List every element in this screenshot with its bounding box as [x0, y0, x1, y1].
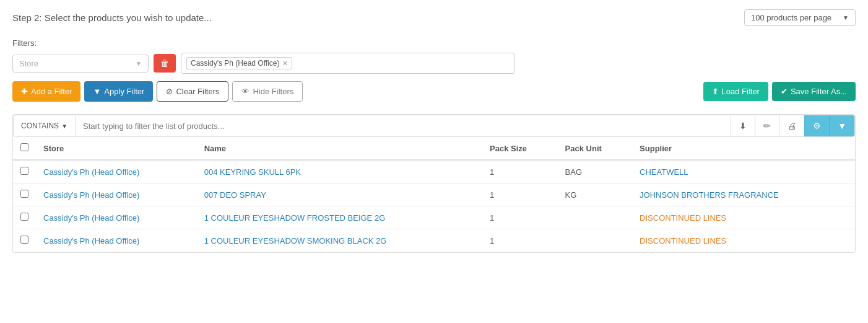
chevron-down-icon: ▼	[61, 123, 67, 130]
row-pack-unit	[558, 206, 632, 229]
upload-icon: ⬆	[712, 87, 719, 96]
contains-label: CONTAINS	[21, 122, 59, 130]
store-link[interactable]: Cassidy's Ph (Head Office)	[43, 213, 139, 223]
chevron-down-icon: ▼	[136, 60, 142, 67]
row-supplier: DISCONTINUED LINES	[632, 206, 855, 229]
table-row: Cassidy's Ph (Head Office)1 COULEUR EYES…	[13, 229, 855, 252]
supplier-link[interactable]: CHEATWELL	[640, 167, 688, 177]
row-supplier: JOHNSON BROTHERS FRAGRANCE	[632, 184, 855, 206]
filters-label: Filters:	[12, 38, 856, 48]
name-link[interactable]: 004 KEYRING SKULL 6PK	[204, 167, 301, 177]
apply-filter-label: Apply Filter	[104, 87, 144, 96]
row-pack-size: 1	[482, 160, 558, 184]
supplier-link[interactable]: DISCONTINUED LINES	[640, 236, 726, 246]
funnel-icon-button[interactable]: ▼	[829, 115, 854, 136]
name-column-header: Name	[197, 137, 482, 160]
edit-icon-button[interactable]: ✏	[755, 115, 779, 136]
store-link[interactable]: Cassidy's Ph (Head Office)	[43, 190, 139, 200]
row-supplier: DISCONTINUED LINES	[632, 229, 855, 252]
pack-size-column-header: Pack Size	[482, 137, 558, 160]
hide-filters-label: Hide Filters	[253, 87, 293, 96]
row-store: Cassidy's Ph (Head Office)	[36, 160, 197, 184]
row-name: 007 DEO SPRAY	[197, 184, 482, 206]
row-store: Cassidy's Ph (Head Office)	[36, 229, 197, 252]
row-name: 004 KEYRING SKULL 6PK	[197, 160, 482, 184]
supplier-link[interactable]: DISCONTINUED LINES	[640, 213, 726, 223]
row-name: 1 COULEUR EYESHADOW FROSTED BEIGE 2G	[197, 206, 482, 229]
table-row: Cassidy's Ph (Head Office)1 COULEUR EYES…	[13, 206, 855, 229]
row-checkbox[interactable]	[20, 167, 28, 175]
add-filter-label: Add a Filter	[31, 87, 72, 96]
table-row: Cassidy's Ph (Head Office)007 DEO SPRAY1…	[13, 184, 855, 206]
filter-tag-text: Cassidy's Ph (Head Office)	[191, 59, 279, 68]
row-pack-unit: BAG	[558, 160, 632, 184]
select-all-header[interactable]	[13, 137, 36, 160]
row-pack-size: 1	[482, 206, 558, 229]
hide-filters-button[interactable]: 👁 Hide Filters	[232, 81, 303, 102]
store-column-header: Store	[36, 137, 197, 160]
load-filter-button[interactable]: ⬆ Load Filter	[703, 82, 768, 101]
per-page-label: 100 products per page	[751, 13, 831, 22]
row-name: 1 COULEUR EYESHADOW SMOKING BLACK 2G	[197, 229, 482, 252]
row-checkbox[interactable]	[20, 236, 28, 244]
plus-icon: ✚	[21, 87, 28, 96]
store-link[interactable]: Cassidy's Ph (Head Office)	[43, 167, 139, 177]
step-title: Step 2: Select the products you wish to …	[12, 12, 212, 23]
load-filter-label: Load Filter	[722, 87, 760, 96]
supplier-column-header: Supplier	[632, 137, 855, 160]
pack-unit-column-header: Pack Unit	[558, 137, 632, 160]
name-link[interactable]: 1 COULEUR EYESHADOW SMOKING BLACK 2G	[204, 236, 387, 246]
download-icon-button[interactable]: ⬇	[731, 115, 755, 136]
ban-icon: ⊘	[166, 87, 173, 96]
store-select[interactable]: Store ▼	[12, 55, 149, 73]
trash-icon: 🗑	[160, 58, 169, 68]
gear-icon-button[interactable]: ⚙	[804, 115, 829, 136]
per-page-dropdown[interactable]: 100 products per page ▼	[744, 9, 856, 26]
name-link[interactable]: 1 COULEUR EYESHADOW FROSTED BEIGE 2G	[204, 213, 386, 223]
eye-icon: 👁	[241, 87, 250, 96]
name-link[interactable]: 007 DEO SPRAY	[204, 190, 266, 200]
row-supplier: CHEATWELL	[632, 160, 855, 184]
store-placeholder: Store	[19, 59, 38, 68]
save-filter-label: Save Filter As...	[791, 87, 847, 96]
row-store: Cassidy's Ph (Head Office)	[36, 184, 197, 206]
table-row: Cassidy's Ph (Head Office)004 KEYRING SK…	[13, 160, 855, 184]
supplier-link[interactable]: JOHNSON BROTHERS FRAGRANCE	[640, 190, 779, 200]
delete-filter-button[interactable]: 🗑	[154, 54, 176, 73]
apply-filter-button[interactable]: ▼ Apply Filter	[84, 81, 153, 102]
select-all-checkbox[interactable]	[20, 143, 28, 151]
row-checkbox[interactable]	[20, 213, 28, 221]
add-filter-button[interactable]: ✚ Add a Filter	[12, 81, 80, 102]
clear-filters-label: Clear Filters	[176, 87, 219, 96]
save-filter-button[interactable]: ✔ Save Filter As...	[772, 82, 856, 101]
check-icon: ✔	[781, 87, 788, 96]
contains-dropdown[interactable]: CONTAINS ▼	[14, 116, 76, 136]
clear-filters-button[interactable]: ⊘ Clear Filters	[157, 81, 228, 102]
row-pack-size: 1	[482, 184, 558, 206]
store-link[interactable]: Cassidy's Ph (Head Office)	[43, 236, 139, 246]
filter-tags-box: Cassidy's Ph (Head Office) ✕	[181, 53, 515, 74]
filter-tag-close-icon[interactable]: ✕	[282, 60, 288, 68]
row-store: Cassidy's Ph (Head Office)	[36, 206, 197, 229]
row-pack-unit: KG	[558, 184, 632, 206]
chevron-down-icon: ▼	[843, 14, 849, 21]
row-pack-unit	[558, 229, 632, 252]
print-icon-button[interactable]: 🖨	[779, 115, 804, 136]
row-checkbox[interactable]	[20, 190, 28, 198]
filter-icon: ▼	[93, 87, 101, 96]
filter-tag: Cassidy's Ph (Head Office) ✕	[186, 57, 292, 69]
search-input[interactable]	[76, 116, 731, 136]
row-pack-size: 1	[482, 229, 558, 252]
